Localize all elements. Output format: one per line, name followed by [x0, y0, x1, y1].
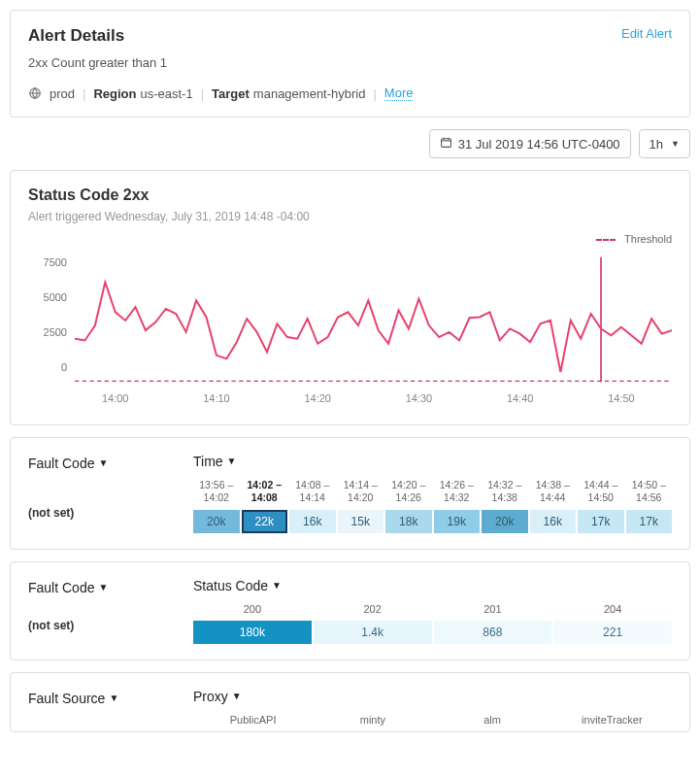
calendar-icon: [440, 136, 452, 152]
svg-text:14:00: 14:00: [102, 392, 128, 404]
y-tick: 7500: [28, 256, 67, 268]
toolbar: 31 Jul 2019 14:56 UTC-0400 1h ▼: [10, 129, 690, 158]
chart-legend: Threshold: [28, 233, 672, 245]
alert-meta-row: prod | Region us-east-1 | Target managem…: [28, 85, 672, 101]
time-heat-cell[interactable]: 16k: [530, 510, 577, 533]
status-heat-cell[interactable]: 1.4k: [314, 621, 432, 644]
target-label: Target: [212, 86, 250, 101]
time-heat-cell[interactable]: 20k: [193, 510, 240, 533]
proxy-dropdown[interactable]: Proxy ▼: [193, 689, 242, 704]
status-heat-row: 180k1.4k868221: [193, 621, 672, 644]
fault-code-dropdown[interactable]: Fault Code ▼: [28, 456, 108, 471]
proxy-header-cell[interactable]: PublicAPI: [197, 714, 309, 726]
datetime-value: 31 Jul 2019 14:56 UTC-0400: [458, 137, 620, 152]
fault-time-row-label: (not set): [28, 506, 164, 520]
status-heat-cell[interactable]: 868: [434, 621, 552, 644]
time-heat-cell[interactable]: 18k: [385, 510, 432, 533]
edit-alert-link[interactable]: Edit Alert: [621, 26, 672, 41]
time-header-cell[interactable]: 13:56 –14:02: [193, 479, 240, 504]
svg-text:14:20: 14:20: [304, 392, 330, 404]
fault-source-dropdown[interactable]: Fault Source ▼: [28, 691, 118, 706]
time-header-cell[interactable]: 14:32 –14:38: [482, 479, 528, 504]
time-header-cell[interactable]: 14:38 –14:44: [530, 479, 577, 504]
chart-card: Status Code 2xx Alert triggered Wednesda…: [10, 170, 690, 425]
time-heat-cell[interactable]: 19k: [434, 510, 481, 533]
threshold-dash-icon: [596, 239, 616, 241]
region-label: Region: [93, 86, 136, 101]
time-header-cell[interactable]: 14:08 –14:14: [289, 479, 336, 504]
time-header-cell[interactable]: 14:50 –14:56: [626, 479, 673, 504]
proxy-header-row: PublicAPImintyalminviteTracker: [197, 714, 668, 726]
legend-label: Threshold: [624, 233, 672, 245]
status-code-dropdown[interactable]: Status Code ▼: [193, 578, 282, 593]
time-header-row: 13:56 –14:0214:02 –14:0814:08 –14:1414:1…: [193, 479, 672, 504]
y-tick: 0: [28, 361, 67, 373]
status-header-cell[interactable]: 202: [314, 603, 432, 615]
time-header-cell[interactable]: 14:14 –14:20: [338, 479, 384, 504]
svg-text:14:40: 14:40: [507, 392, 533, 404]
time-header-cell[interactable]: 14:26 –14:32: [434, 479, 481, 504]
chart-y-axis: 7500500025000: [28, 256, 67, 373]
time-heat-cell[interactable]: 17k: [578, 510, 624, 533]
proxy-header-cell[interactable]: minty: [317, 714, 428, 726]
alert-details-title: Alert Details: [28, 26, 124, 46]
time-heat-row: 20k22k16k15k18k19k20k16k17k17k: [193, 510, 672, 533]
alert-details-card: Alert Details Edit Alert 2xx Count great…: [10, 10, 690, 118]
time-header-cell[interactable]: 14:02 –14:08: [242, 479, 288, 504]
caret-down-icon: ▼: [109, 693, 118, 703]
caret-down-icon: ▼: [671, 139, 680, 149]
more-link[interactable]: More: [384, 85, 414, 101]
caret-down-icon: ▼: [98, 582, 108, 592]
fault-proxy-card: Fault Source ▼ Proxy ▼ PublicAPImintyalm…: [10, 672, 690, 732]
time-heat-cell[interactable]: 20k: [482, 510, 528, 533]
caret-down-icon: ▼: [227, 456, 237, 466]
caret-down-icon: ▼: [98, 457, 108, 468]
fault-status-row-label: (not set): [28, 619, 164, 632]
time-heat-cell[interactable]: 16k: [289, 510, 336, 533]
line-chart: 14:0014:1014:2014:3014:4014:50: [75, 249, 672, 409]
env-value: prod: [50, 86, 75, 101]
status-header-cell[interactable]: 201: [434, 603, 552, 615]
status-heat-cell[interactable]: 221: [553, 621, 672, 644]
alert-description: 2xx Count greater than 1: [28, 55, 672, 70]
target-value: management-hybrid: [253, 86, 366, 101]
fault-status-card: Fault Code ▼ (not set) Status Code ▼ 200…: [10, 561, 690, 660]
y-tick: 2500: [28, 326, 67, 338]
range-value: 1h: [650, 137, 663, 152]
proxy-header-cell[interactable]: alm: [437, 714, 549, 726]
globe-icon: [28, 86, 46, 101]
chart-title: Status Code 2xx: [28, 186, 672, 204]
range-picker-button[interactable]: 1h ▼: [639, 129, 690, 158]
svg-text:14:10: 14:10: [203, 392, 229, 404]
svg-rect-1: [441, 139, 450, 148]
time-heat-cell[interactable]: 22k: [242, 510, 288, 533]
svg-text:14:30: 14:30: [406, 392, 432, 404]
time-heat-cell[interactable]: 15k: [338, 510, 384, 533]
time-heat-cell[interactable]: 17k: [626, 510, 673, 533]
time-header-cell[interactable]: 14:20 –14:26: [385, 479, 432, 504]
caret-down-icon: ▼: [232, 691, 242, 701]
chart-subtitle: Alert triggered Wednesday, July 31, 2019…: [28, 210, 672, 223]
y-tick: 5000: [28, 291, 67, 303]
time-dropdown[interactable]: Time ▼: [193, 454, 237, 469]
status-heat-cell[interactable]: 180k: [193, 621, 312, 644]
status-header-cell[interactable]: 204: [553, 603, 672, 615]
svg-text:14:50: 14:50: [608, 392, 634, 404]
time-header-cell[interactable]: 14:44 –14:50: [578, 479, 624, 504]
region-value: us-east-1: [140, 86, 192, 101]
status-header-cell[interactable]: 200: [193, 603, 312, 615]
datetime-picker-button[interactable]: 31 Jul 2019 14:56 UTC-0400: [429, 129, 631, 158]
status-header-row: 200202201204: [193, 603, 672, 615]
caret-down-icon: ▼: [272, 580, 282, 591]
fault-code-dropdown-2[interactable]: Fault Code ▼: [28, 580, 108, 595]
proxy-header-cell[interactable]: inviteTracker: [556, 714, 668, 726]
fault-time-card: Fault Code ▼ (not set) Time ▼ 13:56 –14:…: [10, 437, 690, 550]
